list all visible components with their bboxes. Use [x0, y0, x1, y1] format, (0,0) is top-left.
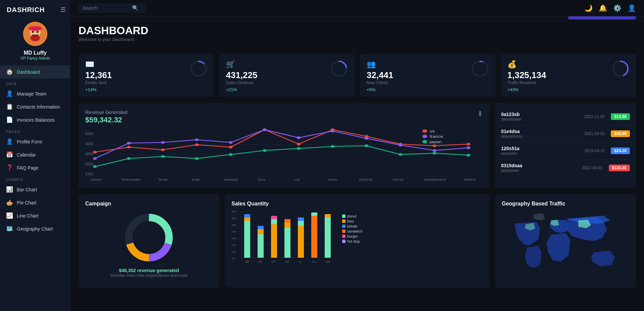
svg-point-77: [422, 140, 427, 143]
campaign-revenue-label: $48,352 revenue generated: [119, 268, 179, 273]
svg-point-58: [398, 153, 402, 156]
sidebar-item-profile-form[interactable]: 👤 Profile Form: [0, 135, 70, 148]
bar-chart-icon: 📊: [6, 186, 13, 193]
sidebar-item-label: FAQ Page: [17, 165, 39, 171]
revenue-line-chart: 500 400 300 200 100: [85, 128, 483, 181]
traffic-label: Traffic Received: [507, 80, 546, 85]
svg-rect-105: [258, 226, 264, 229]
sidebar-item-manage-team[interactable]: 👤 Manage Team: [0, 87, 70, 100]
campaign-card: Campaign $48,352 revenue generated Inclu…: [78, 194, 219, 288]
invoice-icon: 📄: [6, 116, 13, 123]
revenue-title: Revenue Generated: [85, 110, 483, 115]
dark-mode-icon[interactable]: 🌙: [584, 4, 593, 12]
sidebar-item-contacts-info[interactable]: 📋 Contacts Information: [0, 100, 70, 113]
txn-row-2: 01e4dsa aberdohnny 2021-09-01 $43.95: [495, 125, 636, 142]
svg-point-40: [195, 138, 199, 141]
sidebar-item-invoices[interactable]: 📄 Invoices Balances: [0, 113, 70, 126]
stat-card-clients: 👥 32,441 New Clients +5%: [360, 54, 495, 97]
notifications-icon[interactable]: 🔔: [599, 4, 607, 12]
svg-text:others: others: [464, 178, 476, 181]
svg-rect-115: [311, 216, 317, 258]
svg-point-42: [263, 128, 267, 131]
svg-point-37: [93, 157, 97, 160]
svg-rect-114: [298, 217, 304, 221]
svg-point-27: [161, 148, 165, 151]
search-input[interactable]: [83, 5, 129, 11]
txn-sub-4: jackdower: [501, 168, 576, 173]
sidebar-item-calendar[interactable]: 📅 Calendar: [0, 148, 70, 161]
svg-rect-4: [30, 28, 41, 30]
sidebar-item-geography-chart[interactable]: 🗺️ Geography Chart: [0, 222, 70, 235]
txn-id-3: 120s51a: [501, 146, 578, 151]
svg-point-75: [422, 135, 427, 138]
svg-text:400: 400: [85, 142, 93, 146]
user-profile-icon[interactable]: 👤: [628, 4, 636, 12]
sidebar-item-label: Line Chart: [17, 213, 39, 219]
sidebar-item-line-chart[interactable]: 📈 Line Chart: [0, 209, 70, 222]
sidebar-item-dashboard[interactable]: 🏠 Dashboard: [0, 65, 70, 78]
sidebar: DASHRICH ☰ M: [0, 0, 70, 311]
svg-text:250: 250: [231, 230, 236, 233]
traffic-pct: +43%: [507, 87, 630, 92]
txn-id-4: 0315dsaa: [501, 163, 576, 168]
svg-point-5: [32, 31, 34, 33]
txn-row-1: 0a123sb stevebower 2022-11-02 $13.55: [495, 108, 636, 125]
sidebar-item-bar-chart[interactable]: 📊 Bar Chart: [0, 183, 70, 196]
page-subtitle: Welcome to your Dashboard.: [78, 37, 148, 42]
svg-text:train: train: [192, 178, 200, 181]
svg-text:us: us: [430, 129, 435, 133]
sidebar-item-label: Bar Chart: [17, 187, 37, 192]
stat-card-sales: 🛒 431,225 Sales Obtained +21%: [219, 54, 355, 97]
svg-text:AL: AL: [312, 260, 316, 263]
svg-text:350: 350: [231, 217, 236, 220]
svg-point-38: [127, 142, 131, 144]
search-icon: 🔍: [132, 5, 139, 11]
avatar: [23, 18, 47, 47]
txn-date-3: 2019-04-15: [584, 148, 605, 153]
bottom-row: Campaign $48,352 revenue generated Inclu…: [78, 194, 636, 288]
user-role: VP Fancy Admin: [20, 56, 50, 61]
svg-text:moto: moto: [328, 178, 337, 181]
stats-row: ✉️ 12,361 Emails Sent +14% 🛒 431,2: [78, 54, 636, 97]
svg-text:150: 150: [231, 244, 236, 247]
sidebar-item-label: Calendar: [17, 152, 36, 158]
sidebar-item-faq-page[interactable]: ❓ FAQ Page: [0, 161, 70, 174]
svg-text:200: 200: [85, 162, 93, 166]
sidebar-item-pie-chart[interactable]: 🥧 Pie Chart: [0, 196, 70, 209]
page-content: DASHBOARD Welcome to your Dashboard. ⬇ D…: [70, 16, 644, 294]
svg-text:100: 100: [231, 250, 236, 253]
sales-pct: +21%: [226, 87, 348, 92]
svg-text:100: 100: [85, 172, 93, 176]
svg-text:500: 500: [85, 132, 93, 136]
svg-point-45: [365, 137, 369, 140]
svg-text:AD: AD: [245, 260, 249, 263]
menu-toggle-icon[interactable]: ☰: [60, 6, 66, 13]
svg-text:horse: horse: [393, 178, 404, 181]
svg-text:boat: boat: [159, 178, 168, 181]
sidebar-item-label: Geography Chart: [17, 226, 53, 232]
settings-icon[interactable]: ⚙️: [613, 4, 622, 12]
donut-chart: [122, 211, 176, 264]
svg-point-44: [331, 130, 335, 132]
svg-point-6: [37, 31, 39, 33]
svg-point-59: [433, 152, 437, 154]
avatar-image: [23, 22, 47, 46]
svg-rect-100: [244, 221, 250, 258]
sales-label: Sales Obtained: [226, 80, 258, 85]
revenue-download-icon[interactable]: ⬇: [477, 110, 483, 118]
svg-text:plane: plane: [91, 178, 102, 181]
txn-amount-4: $133.45: [609, 165, 630, 171]
svg-point-53: [229, 153, 233, 156]
stat-card-emails: ✉️ 12,361 Emails Sent +14%: [78, 54, 214, 97]
svg-rect-111: [284, 219, 290, 223]
txn-row-4: 0315dsaa jackdower 2022-04-01 $133.45: [495, 160, 636, 176]
sidebar-item-label: Contacts Information: [17, 104, 60, 110]
emails-pct: +14%: [85, 87, 207, 92]
sidebar-section-charts: Charts: [0, 174, 70, 183]
sales-quantity-title: Sales Quantity: [231, 201, 483, 207]
sales-quantity-card: Sales Quantity 400 350: [225, 194, 490, 288]
user-name: MD Luffy: [24, 50, 47, 56]
svg-point-57: [365, 144, 369, 147]
revenue-value: $59,342.32: [85, 116, 483, 124]
svg-point-29: [229, 146, 233, 148]
